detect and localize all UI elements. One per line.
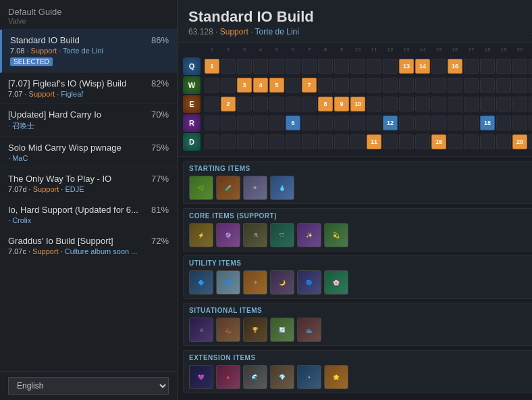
level-num-7: 7 xyxy=(302,47,317,56)
skill-cell-d-21 xyxy=(529,134,532,149)
sidebar-footer: English xyxy=(0,371,177,400)
item-item-ext6[interactable]: 🌟 xyxy=(324,365,348,389)
item-blink[interactable]: ⚔ xyxy=(189,318,213,342)
skill-cell-e-11 xyxy=(367,97,381,111)
skill-cell-q-14: 14 xyxy=(415,59,430,74)
main-header: Standard IO Build 63.128 · Support · Tor… xyxy=(178,0,532,43)
sidebar-item-io-hard-support[interactable]: Io, Hard Support (Updated for 6... 81% ·… xyxy=(0,199,177,230)
skill-row-e: E28910 xyxy=(183,95,532,113)
skill-cell-e-7 xyxy=(302,97,317,111)
language-select[interactable]: English xyxy=(8,377,169,395)
skill-cell-r-7 xyxy=(302,116,317,130)
item-title-text: [Updated] Hard Carry Io xyxy=(8,109,101,120)
item-item-ext4[interactable]: 💎 xyxy=(270,365,294,389)
skill-cell-e-18 xyxy=(480,97,495,111)
item-title-text: Solo Mid Carry Wisp pwnage xyxy=(8,143,122,153)
item-tag: · xyxy=(26,247,32,255)
skill-cell-q-7 xyxy=(302,59,317,74)
skill-cell-r-13 xyxy=(399,116,414,130)
item-meta: · MaC xyxy=(8,154,169,162)
item-pct: 70% xyxy=(151,109,169,120)
skill-cells-q: 1131416 xyxy=(205,59,532,74)
skill-cell-q-13: 13 xyxy=(399,59,414,74)
item-solar[interactable]: ☀ xyxy=(243,270,267,295)
item-ward[interactable]: 👁 xyxy=(243,176,267,200)
skill-cell-q-6 xyxy=(286,59,300,74)
item-soul[interactable]: 💜 xyxy=(189,365,213,389)
item-tag-label: Support xyxy=(33,185,59,193)
skill-icon-r: R xyxy=(183,114,201,132)
item-item-ext3[interactable]: 🌊 xyxy=(243,365,267,389)
item-urn[interactable]: ⚗ xyxy=(243,223,267,247)
skill-cell-r-21 xyxy=(529,116,532,130)
level-header-row: 1234567891011121314151617181920212223242… xyxy=(183,47,532,56)
item-euls[interactable]: 🌀 xyxy=(216,270,240,295)
skill-cell-q-10 xyxy=(350,59,365,74)
skill-cell-e-19 xyxy=(496,97,511,111)
item-glimmer[interactable]: ✨ xyxy=(297,223,321,247)
skill-cell-d-20: 20 xyxy=(512,134,527,149)
item-title-row: Graddus' Io Build [Support] 72% xyxy=(8,236,169,246)
level-num-1: 1 xyxy=(205,47,219,56)
skill-cell-r-11 xyxy=(367,116,381,130)
sidebar-header-title: Default Guide xyxy=(8,7,169,17)
item-meta: · Crolix xyxy=(8,216,169,224)
skill-cell-r-2 xyxy=(221,116,236,130)
skill-cell-e-20 xyxy=(512,97,527,111)
item-travel[interactable]: 👟 xyxy=(297,318,321,342)
skill-cell-w-12 xyxy=(383,78,398,93)
item-veil[interactable]: 🌙 xyxy=(270,270,294,295)
sidebar-item-graddus[interactable]: Graddus' Io Build [Support] 72% 7.07c · … xyxy=(0,230,177,261)
item-title-text: Standard IO Build xyxy=(10,35,80,45)
item-mekansm[interactable]: 🛡 xyxy=(270,223,294,247)
skill-cell-d-3 xyxy=(237,134,252,149)
item-version: 7.07 xyxy=(8,90,22,98)
skill-cell-r-9 xyxy=(334,116,349,130)
item-greaves[interactable]: 🥾 xyxy=(216,318,240,342)
skill-cell-r-14 xyxy=(415,116,430,130)
skill-row-d: D11152025 xyxy=(183,133,532,151)
items-section: STARTING ITEMS🌿🧪👁💧CORE ITEMS (SUPPORT)⚡🔮… xyxy=(178,157,532,400)
item-octarine[interactable]: 🔺 xyxy=(216,365,240,389)
level-num-11: 11 xyxy=(367,47,381,56)
skill-cell-r-1 xyxy=(205,116,219,130)
skill-cell-r-12: 12 xyxy=(383,116,398,130)
item-version: 7.08 xyxy=(10,47,24,55)
skill-cell-w-2 xyxy=(221,78,236,93)
skill-cell-r-17 xyxy=(464,116,479,130)
item-flask[interactable]: 🧪 xyxy=(216,176,240,200)
item-lotus[interactable]: 🌸 xyxy=(324,270,348,295)
item-aghs[interactable]: 🏆 xyxy=(243,318,267,342)
item-meta: 7.08 · Support · Torte de Lini xyxy=(10,47,169,55)
skill-cells-w: 3457 xyxy=(205,78,532,93)
skill-icon-e: E xyxy=(183,95,201,113)
item-item-ext5[interactable]: 🔸 xyxy=(297,365,321,389)
item-pipe[interactable]: 🔵 xyxy=(297,270,321,295)
sidebar-item-standard-io[interactable]: Standard IO Build 86% 7.08 · Support · T… xyxy=(0,30,177,73)
sidebar-item-hard-carry[interactable]: [Updated] Hard Carry Io 70% · 召唤士 xyxy=(0,104,177,137)
main-title: Standard IO Build xyxy=(188,8,314,26)
item-title-row: Solo Mid Carry Wisp pwnage 75% xyxy=(8,143,169,153)
skill-cell-q-11 xyxy=(367,59,381,74)
skill-cell-d-12 xyxy=(383,134,398,149)
item-clarity[interactable]: 💧 xyxy=(270,176,294,200)
skill-cell-d-9 xyxy=(334,134,349,149)
item-force[interactable]: 💫 xyxy=(324,223,348,247)
item-author-sep: · xyxy=(55,90,61,98)
skill-cell-q-20 xyxy=(512,59,527,74)
items-left: STARTING ITEMS🌿🧪👁💧CORE ITEMS (SUPPORT)⚡🔮… xyxy=(183,161,532,396)
skill-cells-e: 28910 xyxy=(205,97,532,111)
sidebar-item-solo-mid[interactable]: Solo Mid Carry Wisp pwnage 75% · MaC xyxy=(0,137,177,168)
level-num-2: 2 xyxy=(221,47,236,56)
main-author: Torte de Lini xyxy=(255,27,299,36)
item-refresher[interactable]: 🔄 xyxy=(270,318,294,342)
sidebar-item-only-way[interactable]: The Only Way To Play - IO 77% 7.07d · Su… xyxy=(0,168,177,199)
item-tango[interactable]: 🌿 xyxy=(189,176,213,200)
item-group-extension: EXTENSION ITEMS💜🔺🌊💎🔸🌟 xyxy=(183,350,532,393)
item-aether[interactable]: 🔷 xyxy=(189,270,213,295)
main-tag: Support xyxy=(220,27,248,36)
item-meta: 7.07c · Support · Culture album soon ... xyxy=(8,247,169,255)
item-magic-wand[interactable]: ⚡ xyxy=(189,223,213,247)
item-arcane[interactable]: 🔮 xyxy=(216,223,240,247)
sidebar-item-figleaf-io[interactable]: [7.07] Figleaf's IO (Wisp) Build 82% 7.0… xyxy=(0,73,177,104)
